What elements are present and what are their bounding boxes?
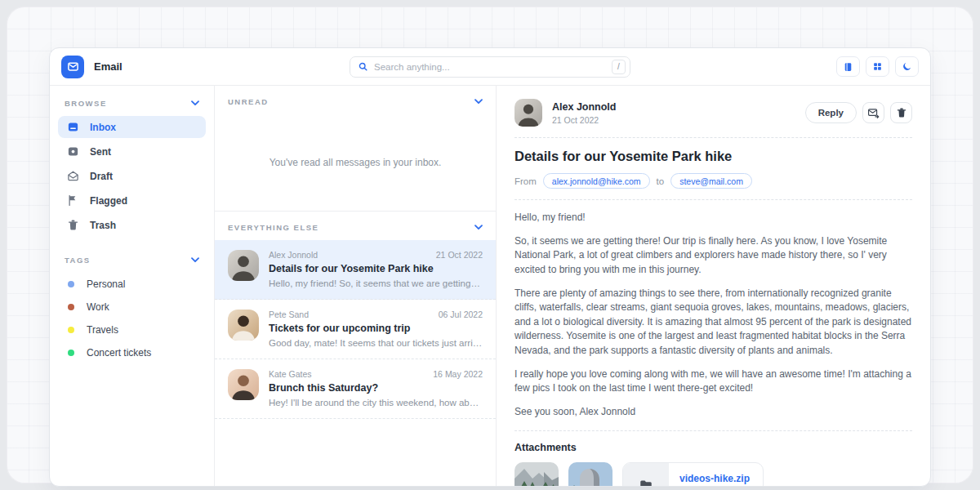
message-list-item[interactable]: Pete Sand 06 Jul 2022 Tickets for our up…	[215, 300, 496, 359]
avatar	[228, 250, 259, 281]
message-list: UNREAD You've read all messages in your …	[215, 86, 497, 486]
sidebar-item-sent[interactable]: Sent	[58, 140, 206, 163]
email-signoff: See you soon, Alex Jonnold	[514, 405, 912, 420]
sidebar-item-draft[interactable]: Draft	[58, 165, 206, 187]
email-detail-header: Alex Jonnold 21 Oct 2022 Reply	[514, 99, 912, 127]
main-layout: BROWSE Inbox Sent	[50, 86, 930, 486]
flag-icon	[67, 194, 79, 207]
tag-label: Concert tickets	[87, 347, 151, 359]
attachment-file-name[interactable]: videos-hike.zip	[679, 473, 750, 484]
chevron-down-icon[interactable]	[474, 99, 483, 105]
dark-mode-button[interactable]	[895, 56, 919, 77]
message-preview: Hello, my friend! So, it seems that we a…	[269, 278, 483, 288]
divider	[514, 137, 912, 138]
tag-label: Travels	[87, 324, 118, 336]
email-detail-pane: Alex Jonnold 21 Oct 2022 Reply	[497, 86, 930, 486]
attachments-title: Attachments	[514, 442, 912, 453]
inbox-icon	[67, 121, 79, 133]
app-header: Email /	[50, 48, 930, 86]
grid-icon	[872, 61, 883, 72]
message-list-item[interactable]: Alex Jonnold 21 Oct 2022 Details for our…	[215, 240, 496, 300]
tag-item-travels[interactable]: Travels	[58, 318, 206, 341]
sidebar-item-inbox[interactable]: Inbox	[58, 116, 206, 138]
sent-icon	[67, 145, 79, 158]
email-app-window: Email /	[49, 47, 931, 487]
sidebar-item-label: Trash	[90, 220, 116, 231]
delete-email-button[interactable]	[890, 102, 912, 123]
message-sender: Kate Gates	[269, 369, 312, 379]
apps-grid-button[interactable]	[866, 56, 889, 77]
draft-envelope-icon	[67, 170, 79, 182]
divider	[514, 199, 912, 200]
sidebar-item-label: Inbox	[90, 122, 116, 133]
message-sender: Pete Sand	[269, 310, 309, 319]
from-to-row: From alex.jonnold@hike.com to steve@mail…	[514, 173, 912, 189]
to-label: to	[657, 176, 665, 186]
message-date: 21 Oct 2022	[436, 250, 483, 260]
everything-else-label: EVERYTHING ELSE	[228, 223, 318, 232]
email-subject: Details for our Yosemite Park hike	[514, 149, 912, 164]
attachment-photo-valley[interactable]	[514, 462, 559, 487]
detail-date: 21 Oct 2022	[552, 115, 616, 125]
message-date: 16 May 2022	[433, 369, 483, 379]
attachment-photo-half-dome[interactable]	[568, 462, 612, 487]
message-subject: Tickets for our upcoming trip	[269, 323, 483, 334]
to-email-chip[interactable]: steve@mail.com	[670, 173, 752, 189]
detail-sender-name: Alex Jonnold	[552, 101, 616, 113]
app-logo	[61, 56, 84, 78]
unread-section-header: UNREAD	[215, 86, 496, 114]
trash-icon	[67, 219, 79, 231]
tag-item-personal[interactable]: Personal	[58, 273, 206, 296]
tags-label: TAGS	[65, 256, 91, 265]
from-email-chip[interactable]: alex.jonnold@hike.com	[543, 173, 650, 189]
sidebar: BROWSE Inbox Sent	[50, 86, 215, 486]
message-date: 06 Jul 2022	[439, 310, 483, 319]
moon-icon	[902, 61, 912, 72]
sidebar-item-label: Flagged	[90, 195, 127, 207]
email-paragraph: There are plenty of amazing things to se…	[514, 287, 912, 359]
inbox-empty-message: You've read all messages in your inbox.	[215, 114, 496, 211]
tag-label: Personal	[87, 278, 125, 290]
everything-else-section-header: EVERYTHING ELSE	[215, 212, 496, 240]
envelope-icon	[67, 60, 79, 73]
envelope-forward-icon	[867, 107, 880, 119]
avatar	[514, 99, 542, 127]
app-title: Email	[94, 60, 122, 73]
search-input[interactable]	[374, 62, 612, 72]
trash-icon	[896, 107, 907, 118]
notes-panel-button[interactable]	[836, 56, 860, 77]
tag-color-dot	[68, 281, 74, 287]
unread-section: UNREAD You've read all messages in your …	[215, 86, 496, 212]
sidebar-item-trash[interactable]: Trash	[58, 214, 206, 236]
forward-email-button[interactable]	[862, 102, 884, 123]
detail-actions: Reply	[805, 102, 912, 123]
sidebar-item-label: Draft	[90, 171, 113, 182]
message-subject: Details for our Yosemite Park hike	[269, 263, 483, 274]
chevron-down-icon[interactable]	[191, 100, 199, 106]
attachment-file-card[interactable]: videos-hike.zip 100 MB	[622, 462, 764, 487]
browse-label: BROWSE	[65, 99, 107, 108]
book-icon	[843, 61, 853, 73]
email-paragraph: I really hope you love coming along with…	[514, 368, 912, 396]
message-preview: Hey! I'll be around the city this weeken…	[269, 398, 483, 408]
tag-color-dot	[68, 327, 74, 333]
sidebar-item-label: Sent	[90, 146, 111, 158]
header-actions	[836, 56, 919, 77]
sidebar-item-flagged[interactable]: Flagged	[58, 189, 206, 212]
message-sender: Alex Jonnold	[269, 250, 318, 260]
reply-button[interactable]: Reply	[805, 102, 857, 123]
from-label: From	[514, 176, 537, 186]
message-preview: Good day, mate! It seems that our ticket…	[269, 338, 483, 348]
tag-item-concert-tickets[interactable]: Concert tickets	[58, 341, 206, 364]
email-paragraph: Hello, my friend!	[514, 211, 912, 225]
message-list-item[interactable]: Kate Gates 16 May 2022 Brunch this Satur…	[215, 359, 496, 419]
tag-label: Work	[87, 301, 109, 313]
chevron-down-icon[interactable]	[474, 225, 483, 230]
attachments-row: videos-hike.zip 100 MB	[514, 462, 912, 487]
unread-label: UNREAD	[228, 97, 269, 106]
chevron-down-icon[interactable]	[191, 257, 199, 263]
divider	[514, 430, 912, 431]
email-paragraph: So, it seems we are getting there! Our t…	[514, 234, 912, 278]
tag-item-work[interactable]: Work	[58, 296, 206, 318]
tag-color-dot	[68, 304, 74, 310]
